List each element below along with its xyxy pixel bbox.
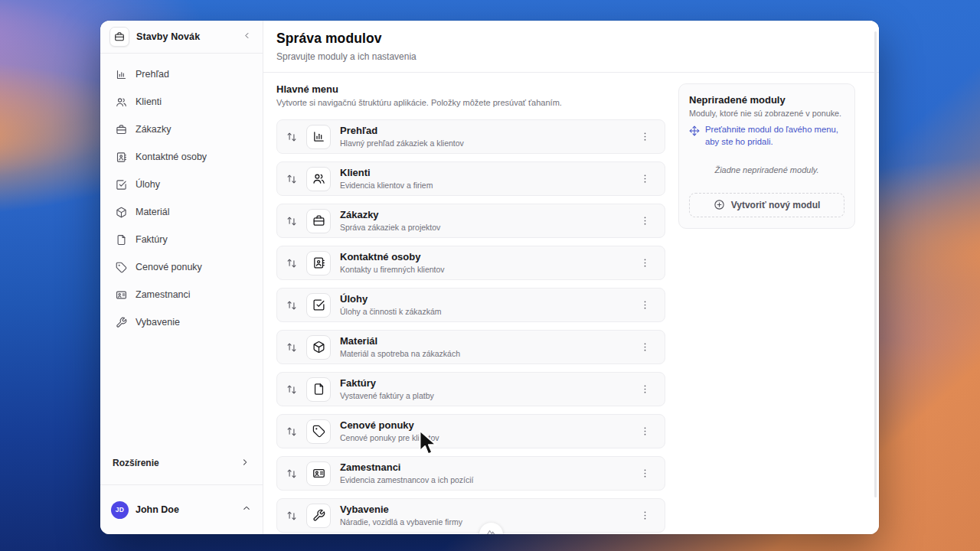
module-title: Úlohy	[340, 294, 441, 305]
sidebar-footer: Rozšírenie JD John Doe	[100, 442, 263, 534]
unassigned-modules-panel: Nepriradené moduly Moduly, ktoré nie sú …	[678, 83, 855, 229]
check-square-icon	[306, 293, 331, 318]
module-description: Evidencia klientov a firiem	[340, 181, 433, 190]
drag-handle-icon[interactable]	[286, 258, 297, 269]
chart-column-icon	[116, 69, 127, 80]
drag-handle-icon[interactable]	[286, 426, 297, 437]
user-menu[interactable]: JD John Doe	[100, 485, 263, 534]
module-description: Cenové ponuky pre klientov	[340, 433, 439, 442]
create-module-button[interactable]: Vytvoriť nový modul	[689, 193, 844, 217]
sidebar-item-label: Klienti	[136, 96, 162, 107]
sidebar-item-material[interactable]: Materiál	[109, 201, 253, 223]
sidebar-header: Stavby Novák	[100, 21, 263, 53]
sidebar-item-label: Vybavenie	[136, 317, 180, 328]
page-subtitle: Spravujte moduly a ich nastavenia	[276, 51, 861, 62]
contact-book-icon	[116, 152, 127, 163]
sidebar-item-kontaktne-osoby[interactable]: Kontaktné osoby	[109, 146, 253, 168]
module-card-material[interactable]: Materiál Materiál a spotreba na zákazkác…	[276, 330, 665, 364]
module-options-button[interactable]	[636, 507, 654, 524]
drag-handle-icon[interactable]	[286, 174, 297, 184]
sidebar-item-klienti[interactable]: Klienti	[109, 91, 253, 112]
module-description: Vystavené faktúry a platby	[340, 391, 434, 400]
sidebar: Stavby Novák Prehľad Klienti Zákazky Kon…	[100, 21, 263, 534]
module-options-button[interactable]	[636, 170, 654, 187]
module-title: Prehľad	[340, 126, 464, 137]
wrench-icon	[306, 504, 331, 528]
module-options-button[interactable]	[636, 212, 654, 230]
move-icon	[689, 126, 700, 148]
chevron-up-icon	[241, 503, 252, 517]
page-header: Správa modulov Spravujte moduly a ich na…	[263, 21, 879, 73]
module-description: Evidencia zamestnancov a ich pozícií	[340, 475, 474, 484]
chevron-left-icon	[242, 31, 252, 43]
module-options-button[interactable]	[636, 338, 654, 356]
drag-handle-icon[interactable]	[286, 300, 297, 311]
module-card-vybavenie[interactable]: Vybavenie Náradie, vozidlá a vybavenie f…	[276, 498, 665, 533]
module-description: Materiál a spotreba na zákazkách	[340, 349, 460, 358]
module-description: Správa zákaziek a projektov	[340, 223, 440, 232]
module-description: Náradie, vozidlá a vybavenie firmy	[340, 517, 462, 527]
drag-handle-icon[interactable]	[286, 342, 297, 353]
module-card-kontaktne-osoby[interactable]: Kontaktné osoby Kontakty u firemných kli…	[276, 246, 665, 280]
window-scrollbar[interactable]	[874, 31, 877, 497]
drag-handle-icon[interactable]	[286, 510, 297, 521]
extension-label: Rozšírenie	[113, 458, 159, 468]
drag-hint-text: Preťahnite modul do ľavého menu, aby ste…	[705, 124, 844, 148]
module-title: Zamestnanci	[340, 462, 474, 474]
id-card-icon	[306, 461, 331, 486]
module-options-button[interactable]	[636, 254, 654, 272]
module-card-cenove-ponuky[interactable]: Cenové ponuky Cenové ponuky pre klientov	[276, 414, 665, 448]
sidebar-item-cenove-ponuky[interactable]: Cenové ponuky	[109, 256, 253, 278]
content-row: Hlavné menu Vytvorte si navigačnú štrukt…	[263, 73, 879, 534]
drag-handle-icon[interactable]	[286, 468, 297, 479]
desktop-wallpaper: { "sidebar": { "brand": { "name": "Stavb…	[0, 0, 980, 551]
section-title: Hlavné menu	[276, 83, 665, 95]
module-options-button[interactable]	[636, 296, 654, 314]
module-options-button[interactable]	[636, 128, 654, 145]
sidebar-item-zamestnanci[interactable]: Zamestnanci	[109, 284, 253, 305]
module-options-button[interactable]	[636, 380, 654, 398]
module-card-faktury[interactable]: Faktúry Vystavené faktúry a platby	[276, 372, 665, 406]
sidebar-nav: Prehľad Klienti Zákazky Kontaktné osoby …	[100, 54, 263, 343]
file-icon	[116, 234, 127, 246]
sidebar-item-ulohy[interactable]: Úlohy	[109, 174, 253, 195]
drag-handle-icon[interactable]	[286, 216, 297, 227]
module-card-ulohy[interactable]: Úlohy Úlohy a činnosti k zákazkám	[276, 288, 665, 322]
module-card-zamestnanci[interactable]: Zamestnanci Evidencia zamestnancov a ich…	[276, 456, 665, 491]
tag-icon	[116, 262, 127, 273]
contact-book-icon	[306, 251, 331, 276]
unassigned-column: Nepriradené moduly Moduly, ktoré nie sú …	[678, 83, 861, 534]
user-name: John Doe	[136, 504, 179, 515]
drag-handle-icon[interactable]	[286, 132, 297, 142]
check-square-icon	[116, 179, 127, 191]
sidebar-collapse-button[interactable]	[238, 28, 255, 45]
sidebar-item-prehlad[interactable]: Prehľad	[109, 64, 253, 85]
module-card-klienti[interactable]: Klienti Evidencia klientov a firiem	[276, 161, 665, 196]
file-icon	[306, 377, 331, 402]
app-window: Stavby Novák Prehľad Klienti Zákazky Kon…	[100, 21, 879, 534]
page-title: Správa modulov	[276, 31, 861, 47]
sidebar-item-zakazky[interactable]: Zákazky	[109, 119, 253, 140]
avatar: JD	[111, 501, 129, 519]
chart-column-icon	[306, 125, 331, 149]
module-title: Faktúry	[340, 378, 434, 390]
sidebar-item-faktury[interactable]: Faktúry	[109, 229, 253, 250]
sidebar-item-vybavenie[interactable]: Vybavenie	[109, 311, 253, 333]
plus-circle-icon	[714, 199, 725, 210]
users-icon	[306, 167, 331, 191]
main-menu-column: Hlavné menu Vytvorte si navigačnú štrukt…	[276, 83, 665, 534]
create-module-label: Vytvoriť nový modul	[731, 200, 821, 210]
sidebar-item-extension[interactable]: Rozšírenie	[100, 442, 263, 484]
module-title: Klienti	[340, 168, 433, 179]
module-title: Vybavenie	[340, 504, 462, 516]
module-options-button[interactable]	[636, 422, 654, 440]
module-title: Cenové ponuky	[340, 420, 439, 432]
sidebar-item-label: Kontaktné osoby	[136, 152, 207, 162]
module-list: Prehľad Hlavný prehľad zákaziek a klient…	[276, 119, 665, 533]
chevron-right-icon	[240, 457, 250, 470]
module-card-zakazky[interactable]: Zákazky Správa zákaziek a projektov	[276, 204, 665, 238]
drag-handle-icon[interactable]	[286, 384, 297, 395]
sidebar-item-label: Prehľad	[136, 69, 169, 80]
module-card-prehlad[interactable]: Prehľad Hlavný prehľad zákaziek a klient…	[276, 119, 665, 154]
module-options-button[interactable]	[636, 465, 654, 482]
